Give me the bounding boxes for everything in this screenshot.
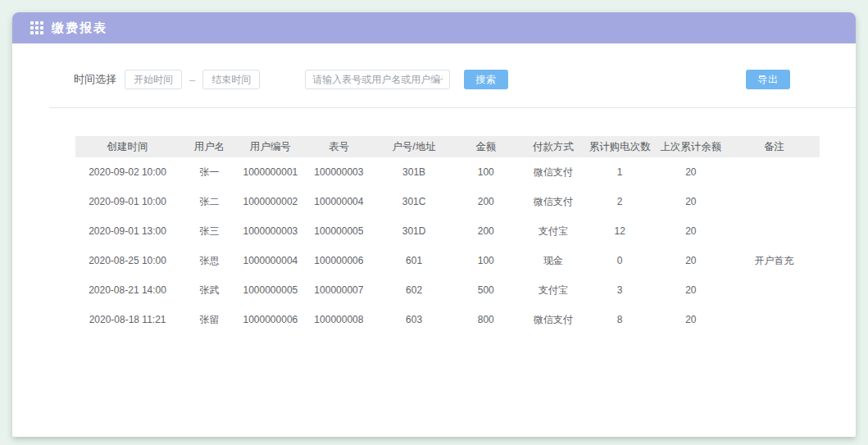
table-cell: 1	[587, 157, 653, 187]
table-cell: 支付宝	[520, 216, 587, 246]
table-cell: 张一	[180, 157, 239, 187]
table-cell: 微信支付	[520, 187, 587, 216]
table-cell: 100	[452, 246, 520, 275]
export-button[interactable]: 导出	[746, 70, 790, 89]
table-cell: 100000004	[302, 187, 376, 216]
report-table: 创建时间用户名用户编号表号户号/地址金额付款方式累计购电次数上次累计余额备注 2…	[75, 136, 820, 334]
table-cell: 0	[587, 246, 653, 275]
search-input[interactable]	[305, 70, 450, 89]
table-cell: 2020-08-25 10:00	[75, 246, 180, 275]
report-card: 缴费报表 时间选择 – 搜索 导出 创建时间用户名用户编号表号户号/地址金额付款…	[12, 12, 856, 437]
table-cell: 100000008	[302, 305, 376, 334]
table-cell: 601	[376, 246, 452, 275]
grid-icon	[30, 21, 43, 34]
table-cell: 1000000002	[239, 187, 302, 216]
column-header: 上次累计余额	[653, 136, 729, 157]
table-row: 2020-08-21 14:00张武1000000005100000007602…	[75, 275, 820, 305]
filter-bar: 时间选择 – 搜索 导出	[74, 70, 820, 89]
table-cell: 2020-09-01 13:00	[75, 216, 180, 246]
table-cell	[729, 216, 820, 246]
table-row: 2020-09-02 10:00张一1000000001100000003301…	[75, 157, 820, 187]
table-cell: 1000000006	[239, 305, 302, 334]
table-cell: 3	[587, 275, 653, 305]
table-row: 2020-09-01 10:00张二1000000002100000004301…	[75, 187, 820, 216]
table-cell: 1000000004	[239, 246, 302, 275]
table-cell	[729, 275, 820, 305]
table-cell: 2	[587, 187, 653, 216]
table-cell: 100	[452, 157, 520, 187]
time-select-label: 时间选择	[74, 72, 116, 87]
table-cell	[729, 157, 820, 187]
table-cell: 301C	[376, 187, 452, 216]
table-row: 2020-08-25 10:00张思1000000004100000006601…	[75, 246, 820, 275]
date-range-separator: –	[189, 74, 195, 86]
table-body: 2020-09-02 10:00张一1000000001100000003301…	[75, 157, 820, 334]
table-cell: 20	[653, 246, 729, 275]
table-cell: 张二	[180, 187, 239, 216]
start-time-input[interactable]	[125, 70, 182, 89]
column-header: 户号/地址	[376, 136, 452, 157]
table-cell: 1000000003	[239, 216, 302, 246]
table-cell: 301D	[376, 216, 452, 246]
table-cell: 1000000005	[239, 275, 302, 305]
column-header: 用户编号	[239, 136, 302, 157]
table-cell: 支付宝	[520, 275, 587, 305]
table-cell: 2020-09-01 10:00	[75, 187, 180, 216]
table-cell: 20	[653, 187, 729, 216]
table-cell: 2020-09-02 10:00	[75, 157, 180, 187]
table-cell: 微信支付	[520, 157, 587, 187]
table-cell: 张三	[180, 216, 239, 246]
table-cell: 603	[376, 305, 452, 334]
titlebar: 缴费报表	[12, 12, 856, 43]
table-cell: 微信支付	[520, 305, 587, 334]
column-header: 用户名	[180, 136, 239, 157]
page-title: 缴费报表	[52, 20, 107, 36]
table-cell	[729, 305, 820, 334]
table-header-row: 创建时间用户名用户编号表号户号/地址金额付款方式累计购电次数上次累计余额备注	[75, 136, 820, 157]
table-cell: 100000006	[302, 246, 376, 275]
table-cell: 20	[653, 275, 729, 305]
table-cell: 200	[452, 216, 520, 246]
table-cell: 张武	[180, 275, 239, 305]
table-cell: 100000007	[302, 275, 376, 305]
table-cell: 8	[587, 305, 653, 334]
table-cell: 200	[452, 187, 520, 216]
table-cell: 20	[653, 305, 729, 334]
column-header: 金额	[452, 136, 520, 157]
table-cell: 现金	[520, 246, 587, 275]
column-header: 表号	[302, 136, 376, 157]
table-cell: 800	[452, 305, 520, 334]
end-time-input[interactable]	[202, 70, 260, 89]
table-cell: 张思	[180, 246, 239, 275]
column-header: 付款方式	[520, 136, 587, 157]
table-cell: 张留	[180, 305, 239, 334]
table-cell: 12	[587, 216, 653, 246]
table-cell: 500	[452, 275, 520, 305]
table-cell: 20	[653, 157, 729, 187]
table-cell: 1000000001	[239, 157, 302, 187]
table-cell: 100000003	[302, 157, 376, 187]
column-header: 创建时间	[75, 136, 180, 157]
table-cell: 2020-08-18 11:21	[75, 305, 180, 334]
table-row: 2020-08-18 11:21张留1000000006100000008603…	[75, 305, 820, 334]
table-cell: 2020-08-21 14:00	[75, 275, 180, 305]
table-cell: 301B	[376, 157, 452, 187]
table-cell: 602	[376, 275, 452, 305]
table-cell	[729, 187, 820, 216]
search-button[interactable]: 搜索	[464, 70, 508, 89]
table-cell: 开户首充	[729, 246, 820, 275]
divider	[49, 107, 856, 108]
table-row: 2020-09-01 13:00张三1000000003100000005301…	[75, 216, 820, 246]
column-header: 备注	[729, 136, 820, 157]
report-table-container: 创建时间用户名用户编号表号户号/地址金额付款方式累计购电次数上次累计余额备注 2…	[75, 136, 820, 334]
table-cell: 100000005	[302, 216, 376, 246]
column-header: 累计购电次数	[587, 136, 653, 157]
table-cell: 20	[653, 216, 729, 246]
